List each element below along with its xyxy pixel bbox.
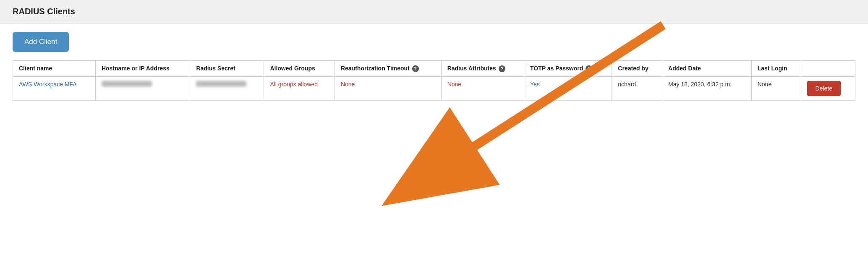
- col-header-radius-attributes: Radius Attributes ?: [441, 61, 524, 77]
- cell-added-date: May 18, 2020, 6:32 p.m.: [662, 77, 752, 101]
- col-header-added-date: Added Date: [662, 61, 752, 77]
- cell-allowed-groups: All groups allowed: [264, 77, 335, 101]
- col-header-client-name: Client name: [13, 61, 96, 77]
- allowed-groups-link[interactable]: All groups allowed: [270, 81, 318, 88]
- page-header: RADIUS Clients: [0, 0, 868, 23]
- col-header-reauth-timeout: Reauthorization Timeout ?: [335, 61, 441, 77]
- cell-created-by: richard: [612, 77, 662, 101]
- cell-reauth-timeout: None: [335, 77, 441, 101]
- add-client-button[interactable]: Add Client: [13, 32, 69, 52]
- toolbar: Add Client: [0, 23, 868, 60]
- client-name-link[interactable]: AWS Workspace MFA: [19, 81, 77, 88]
- cell-radius-secret: [190, 77, 264, 101]
- page-wrapper: RADIUS Clients Add Client Client name Ho…: [0, 0, 868, 264]
- table-row: AWS Workspace MFA All groups allowed Non…: [13, 77, 855, 101]
- page-title: RADIUS Clients: [13, 7, 855, 16]
- cell-last-login: None: [751, 77, 801, 101]
- added-date-value: May 18, 2020, 6:32 p.m.: [668, 81, 732, 88]
- cell-hostname: [95, 77, 190, 101]
- reauth-timeout-link[interactable]: None: [341, 81, 355, 88]
- radius-clients-table: Client name Hostname or IP Address Radiu…: [13, 60, 855, 101]
- col-header-hostname: Hostname or IP Address: [95, 61, 190, 77]
- col-header-created-by: Created by: [612, 61, 662, 77]
- radius-attributes-link[interactable]: None: [447, 81, 461, 88]
- radius-attributes-help-icon[interactable]: ?: [499, 65, 505, 72]
- col-header-allowed-groups: Allowed Groups: [264, 61, 335, 77]
- cell-actions: Delete: [801, 77, 855, 101]
- col-header-last-login: Last Login: [751, 61, 801, 77]
- hostname-blurred: [102, 81, 152, 87]
- col-header-actions: [801, 61, 855, 77]
- radius-secret-blurred: [196, 81, 246, 87]
- cell-client-name: AWS Workspace MFA: [13, 77, 96, 101]
- delete-button[interactable]: Delete: [807, 81, 841, 96]
- created-by-value: richard: [618, 81, 636, 88]
- last-login-value: None: [758, 81, 771, 88]
- cell-radius-attributes: None: [441, 77, 524, 101]
- col-header-totp-password: TOTP as Password ?: [524, 61, 612, 77]
- reauth-timeout-help-icon[interactable]: ?: [412, 65, 419, 72]
- cell-totp-password: Yes: [524, 77, 612, 101]
- table-header-row: Client name Hostname or IP Address Radiu…: [13, 61, 855, 77]
- totp-password-help-icon[interactable]: ?: [586, 65, 592, 72]
- table-container: Client name Hostname or IP Address Radiu…: [0, 60, 868, 113]
- totp-password-link[interactable]: Yes: [530, 81, 540, 88]
- col-header-radius-secret: Radius Secret: [190, 61, 264, 77]
